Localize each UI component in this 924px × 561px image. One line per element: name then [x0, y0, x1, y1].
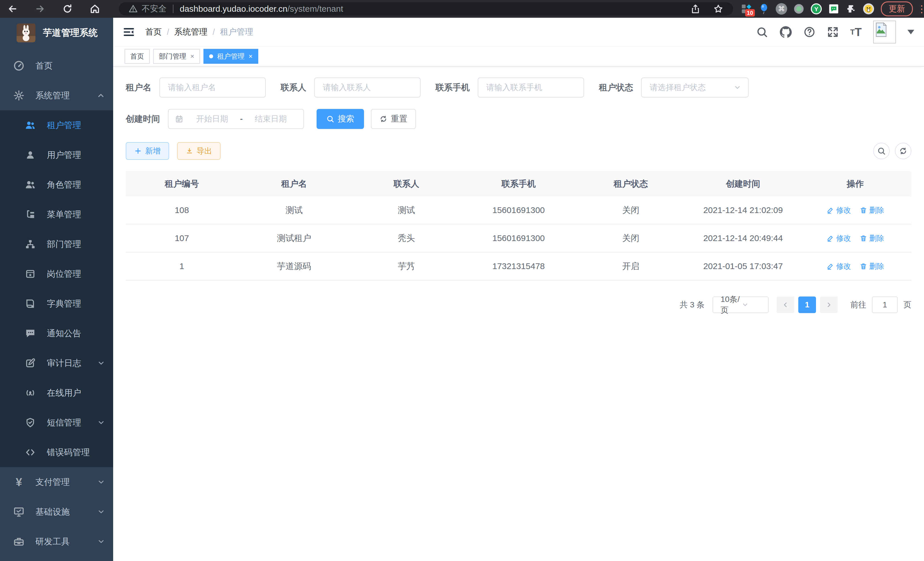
tab-dept[interactable]: 部门管理×	[153, 49, 200, 64]
bookmark-star-icon[interactable]	[713, 4, 723, 14]
sidebar-item-system[interactable]: 系统管理	[0, 81, 113, 110]
sidebar-collapse-icon[interactable]	[123, 26, 135, 38]
extension-chat-icon[interactable]	[828, 3, 840, 15]
edit-link[interactable]: 修改	[826, 261, 851, 271]
close-icon[interactable]: ×	[190, 52, 194, 60]
sidebar-item-dept[interactable]: 部门管理	[0, 229, 113, 259]
delete-link[interactable]: 删除	[860, 205, 884, 215]
search-icon[interactable]	[756, 26, 768, 38]
top-navbar: 首页 / 系统管理 / 租户管理 TT	[113, 18, 924, 47]
page-number-current[interactable]: 1	[798, 296, 816, 313]
menu-tree-icon	[25, 209, 36, 220]
tenant-name-input[interactable]	[159, 77, 266, 98]
page-size-select[interactable]: 10条/页	[712, 296, 769, 313]
reload-icon[interactable]	[61, 3, 74, 15]
pay-yen-icon: ¥	[13, 476, 25, 488]
search-button[interactable]: 搜索	[316, 109, 364, 129]
svg-text:Y: Y	[814, 6, 818, 12]
reset-button[interactable]: 重置	[371, 109, 416, 129]
back-icon[interactable]	[6, 3, 19, 15]
breadcrumb-home[interactable]: 首页	[145, 26, 162, 38]
sidebar-item-sms[interactable]: 短信管理	[0, 408, 113, 438]
table-row: 1 芋道源码 芋艿 17321315478 开启 2021-01-05 17:0…	[126, 253, 911, 281]
url-text[interactable]: dashboard.yudao.iocoder.cn/system/tenant	[180, 4, 343, 14]
sidebar-item-post[interactable]: 岗位管理	[0, 259, 113, 289]
sidebar-item-notice[interactable]: 通知公告	[0, 319, 113, 348]
gear-icon	[13, 90, 25, 101]
security-label[interactable]: 不安全	[142, 3, 166, 15]
table-row: 108 测试 测试 15601691300 关闭 2021-12-14 21:0…	[126, 196, 911, 224]
toggle-search-button[interactable]	[873, 143, 890, 159]
contact-input[interactable]	[314, 77, 421, 98]
status-value: 开启	[574, 260, 687, 272]
extension-recorder-icon[interactable]	[793, 3, 805, 15]
online-signal-icon	[25, 387, 36, 399]
sidebar-item-infra[interactable]: 基础设施	[0, 497, 113, 527]
edit-link[interactable]: 修改	[826, 205, 851, 215]
share-icon[interactable]	[690, 4, 700, 14]
tab-tenant[interactable]: 租户管理×	[203, 49, 258, 64]
filter-row-1: 租户名 联系人 联系手机 租户状态 请选择租户状态	[126, 77, 911, 98]
extension-tampermonkey-icon[interactable]: 10	[741, 3, 753, 15]
goto-page-input[interactable]	[872, 296, 898, 313]
fullscreen-icon[interactable]	[827, 26, 839, 38]
sidebar-item-error-code[interactable]: 错误码管理	[0, 438, 113, 467]
gauge-icon	[13, 60, 25, 71]
sidebar-item-menu[interactable]: 菜单管理	[0, 200, 113, 229]
breadcrumb-system[interactable]: 系统管理	[174, 26, 207, 38]
sidebar-item-pay[interactable]: ¥ 支付管理	[0, 467, 113, 497]
system-submenu: 租户管理 用户管理 角色管理 菜单管理 部门管理	[0, 110, 113, 467]
export-button[interactable]: 导出	[177, 142, 220, 160]
next-page-button[interactable]	[820, 296, 838, 313]
status-value: 关闭	[574, 232, 687, 244]
delete-link[interactable]: 删除	[860, 233, 884, 243]
user-avatar[interactable]	[873, 21, 896, 44]
address-bar[interactable]: 不安全 dashboard.yudao.iocoder.cn/system/te…	[119, 2, 733, 15]
chrome-update-button[interactable]: 更新	[881, 2, 913, 16]
date-range-picker[interactable]: 开始日期 - 结束日期	[168, 109, 304, 129]
extension-command-icon[interactable]: ⌘	[776, 3, 788, 15]
github-icon[interactable]	[779, 26, 792, 38]
chevron-down-icon	[97, 508, 105, 516]
mobile-input[interactable]	[478, 77, 584, 98]
sidebar-item-audit-log[interactable]: 审计日志	[0, 348, 113, 378]
chevron-down-icon	[97, 478, 105, 486]
sidebar-item-tenant[interactable]: 租户管理	[0, 110, 113, 140]
edit-link[interactable]: 修改	[826, 233, 851, 243]
chevron-down-icon	[97, 419, 105, 427]
home-icon[interactable]	[88, 3, 101, 15]
extension-yudao-icon[interactable]: Y	[810, 3, 822, 15]
goto-page: 前往 页	[850, 296, 911, 313]
sidebar-item-home[interactable]: 首页	[0, 51, 113, 81]
logo-image	[16, 23, 35, 42]
status-select[interactable]: 请选择租户状态	[641, 77, 748, 98]
sidebar-item-role[interactable]: 角色管理	[0, 170, 113, 200]
add-button[interactable]: 新增	[126, 142, 169, 160]
profile-avatar-icon[interactable]	[862, 3, 874, 15]
tab-home[interactable]: 首页	[124, 49, 150, 64]
sidebar-item-dev-tools[interactable]: 研发工具	[0, 527, 113, 556]
prev-page-button[interactable]	[777, 296, 794, 313]
close-icon[interactable]: ×	[249, 52, 253, 60]
refresh-table-button[interactable]	[895, 143, 911, 159]
filter-create-time: 创建时间 开始日期 - 结束日期	[126, 109, 304, 129]
extensions-puzzle-icon[interactable]	[845, 3, 857, 15]
app-logo: 芋道管理系统	[0, 18, 113, 48]
notice-comment-icon	[25, 328, 36, 339]
forward-icon[interactable]	[34, 3, 46, 15]
help-icon[interactable]	[803, 26, 815, 38]
delete-link[interactable]: 删除	[860, 261, 884, 271]
security-warning-icon[interactable]	[129, 4, 138, 14]
font-size-icon[interactable]: TT	[850, 26, 862, 38]
chrome-menu-icon[interactable]: ⋮	[917, 3, 924, 15]
page-content: 租户名 联系人 联系手机 租户状态 请选择租户状态	[113, 67, 924, 313]
filter-mobile: 联系手机	[435, 77, 584, 98]
sidebar-item-dict[interactable]: 字典管理	[0, 289, 113, 319]
filter-status: 租户状态 请选择租户状态	[599, 77, 748, 98]
sidebar-item-user[interactable]: 用户管理	[0, 140, 113, 170]
sidebar-item-online-user[interactable]: 在线用户	[0, 378, 113, 408]
extensions-row: 10 ⌘ Y	[741, 3, 874, 15]
extension-balloon-icon[interactable]	[758, 3, 770, 15]
sidebar: 芋道管理系统 首页 系统管理 租户管理 用户管理	[0, 18, 113, 561]
avatar-dropdown-caret-icon[interactable]	[908, 30, 914, 34]
